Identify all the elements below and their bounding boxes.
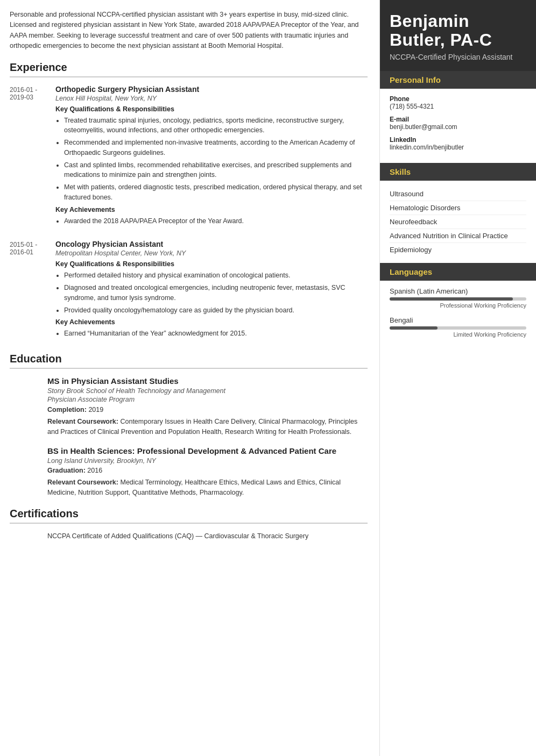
edu-item-2: BS in Health Sciences: Professional Deve… xyxy=(10,446,368,497)
right-header: Benjamin Butler, PA-C NCCPA-Certified Ph… xyxy=(380,0,536,71)
achievement-item: Earned “Humanitarian of the Year” acknow… xyxy=(64,329,368,339)
lang-bar-fill-2 xyxy=(390,326,438,330)
skill-item-1: Ultrasound xyxy=(390,187,526,201)
left-column: Personable and professional NCCPA-certif… xyxy=(0,0,380,756)
bullet-item: Diagnosed and treated oncological emerge… xyxy=(64,283,368,303)
exp-ach-heading-2: Key Achievements xyxy=(55,318,368,326)
experience-item-1: 2016-01 - 2019-03 Orthopedic Surgery Phy… xyxy=(10,85,368,230)
skills-content: Ultrasound Hematologic Disorders Neurofe… xyxy=(380,181,536,263)
exp-date-1: 2016-01 - 2019-03 xyxy=(10,85,55,230)
bullet-item: Provided quality oncology/hematology car… xyxy=(64,305,368,316)
languages-title: Languages xyxy=(380,263,536,281)
skill-item-3: Neurofeedback xyxy=(390,215,526,229)
language-item-1: Spanish (Latin American) Professional Wo… xyxy=(390,287,526,309)
lang-bar-fill-1 xyxy=(390,297,513,301)
bullet-item: Cast and splinted limbs, recommended reh… xyxy=(64,160,368,181)
experience-title: Experience xyxy=(10,61,368,77)
edu-degree-1: MS in Physician Assistant Studies xyxy=(47,376,368,386)
personal-info-content: Phone (718) 555-4321 E-mail benji.butler… xyxy=(380,89,536,163)
bullet-item: Met with patients, ordered diagnostic te… xyxy=(64,182,368,203)
exp-achievements-2: Earned “Humanitarian of the Year” acknow… xyxy=(55,329,368,339)
phone-item: Phone (718) 555-4321 xyxy=(390,95,526,110)
edu-completion-2: Graduation: 2016 xyxy=(47,466,368,476)
bullet-item: Performed detailed history and physical … xyxy=(64,270,368,281)
personal-info-title: Personal Info xyxy=(380,71,536,89)
lang-bar-bg-2 xyxy=(390,326,526,330)
edu-coursework-2: Relevant Coursework: Medical Terminology… xyxy=(47,477,368,498)
skill-item-2: Hematologic Disorders xyxy=(390,201,526,215)
exp-content-2: Oncology Physician Assistant Metropolita… xyxy=(55,240,368,342)
experience-item-2: 2015-01 - 2016-01 Oncology Physician Ass… xyxy=(10,240,368,342)
exp-qual-heading-1: Key Qualifications & Responsibilities xyxy=(55,105,368,113)
skill-item-4: Advanced Nutrition in Clinical Practice xyxy=(390,229,526,243)
linkedin-item: LinkedIn linkedin.com/in/benjibutler xyxy=(390,136,526,151)
candidate-subtitle: NCCPA-Certified Physician Assistant xyxy=(390,53,526,61)
skill-item-5: Epidemiology xyxy=(390,243,526,256)
linkedin-value: linkedin.com/in/benjibutler xyxy=(390,144,526,151)
summary-text: Personable and professional NCCPA-certif… xyxy=(10,10,368,52)
education-title: Education xyxy=(10,353,368,369)
linkedin-label: LinkedIn xyxy=(390,136,526,144)
exp-bullets-2: Performed detailed history and physical … xyxy=(55,270,368,315)
lang-bar-bg-1 xyxy=(390,297,526,301)
edu-program-1: Physician Associate Program xyxy=(47,396,368,403)
edu-completion-1: Completion: 2019 xyxy=(47,405,368,415)
candidate-name: Benjamin Butler, PA-C xyxy=(390,12,526,49)
exp-bullets-1: Treated traumatic spinal injuries, oncol… xyxy=(55,116,368,203)
bullet-item: Recommended and implemented non-invasive… xyxy=(64,138,368,158)
exp-content-1: Orthopedic Surgery Physician Assistant L… xyxy=(55,85,368,230)
skills-title: Skills xyxy=(380,163,536,181)
edu-school-1: Stony Brook School of Health Technology … xyxy=(47,387,368,395)
email-item: E-mail benji.butler@gmail.com xyxy=(390,116,526,131)
exp-qual-heading-2: Key Qualifications & Responsibilities xyxy=(55,260,368,268)
edu-item-1: MS in Physician Assistant Studies Stony … xyxy=(10,376,368,437)
exp-date-2: 2015-01 - 2016-01 xyxy=(10,240,55,342)
language-item-2: Bengali Limited Working Proficiency xyxy=(390,316,526,338)
edu-coursework-1: Relevant Coursework: Contemporary Issues… xyxy=(47,417,368,437)
exp-company-1: Lenox Hill Hospital, New York, NY xyxy=(55,95,368,102)
phone-label: Phone xyxy=(390,95,526,103)
lang-name-2: Bengali xyxy=(390,316,526,324)
email-label: E-mail xyxy=(390,116,526,123)
experience-section: Experience 2016-01 - 2019-03 Orthopedic … xyxy=(10,61,368,343)
edu-school-2: Long Island University, Brooklyn, NY xyxy=(47,457,368,465)
exp-title-2: Oncology Physician Assistant xyxy=(55,240,368,248)
achievement-item: Awarded the 2018 AAPA/PAEA Preceptor of … xyxy=(64,216,368,226)
exp-title-1: Orthopedic Surgery Physician Assistant xyxy=(55,85,368,94)
certifications-section: Certifications NCCPA Certificate of Adde… xyxy=(10,508,368,541)
lang-proficiency-2: Limited Working Proficiency xyxy=(390,331,526,338)
exp-company-2: Metropolitan Hospital Center, New York, … xyxy=(55,249,368,257)
email-value: benji.butler@gmail.com xyxy=(390,123,526,131)
languages-content: Spanish (Latin American) Professional Wo… xyxy=(380,281,536,352)
lang-proficiency-1: Professional Working Proficiency xyxy=(390,302,526,309)
bullet-item: Treated traumatic spinal injuries, oncol… xyxy=(64,116,368,136)
certifications-title: Certifications xyxy=(10,508,368,524)
education-section: Education MS in Physician Assistant Stud… xyxy=(10,353,368,498)
cert-text-1: NCCPA Certificate of Added Qualification… xyxy=(47,531,368,541)
edu-degree-2: BS in Health Sciences: Professional Deve… xyxy=(47,446,368,455)
phone-value: (718) 555-4321 xyxy=(390,103,526,110)
right-column: Benjamin Butler, PA-C NCCPA-Certified Ph… xyxy=(380,0,536,756)
exp-ach-heading-1: Key Achievements xyxy=(55,206,368,213)
cert-block: NCCPA Certificate of Added Qualification… xyxy=(10,531,368,541)
exp-achievements-1: Awarded the 2018 AAPA/PAEA Preceptor of … xyxy=(55,216,368,226)
lang-name-1: Spanish (Latin American) xyxy=(390,287,526,295)
